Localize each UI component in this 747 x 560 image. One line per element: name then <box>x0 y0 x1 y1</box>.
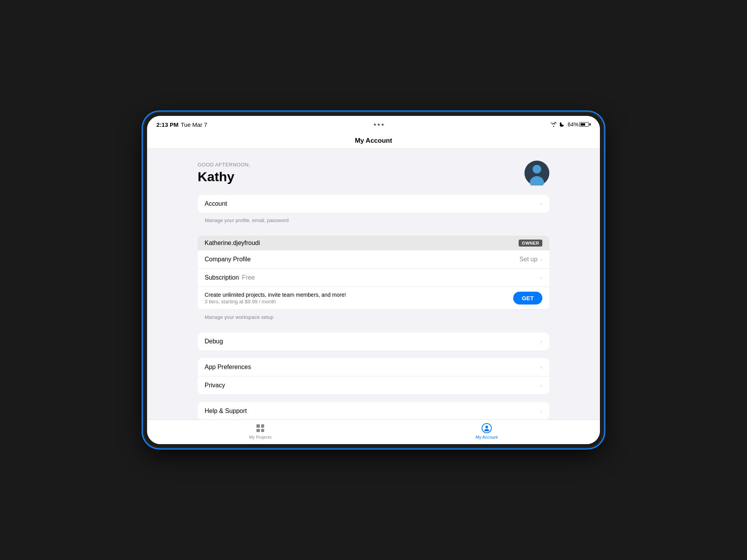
account-tab-icon-wrapper <box>482 423 492 433</box>
help-title: Help & Support <box>205 408 540 415</box>
account-item-right: › <box>540 201 542 207</box>
privacy-left: Privacy <box>205 382 540 389</box>
user-name: Kathy <box>198 169 250 184</box>
svg-point-1 <box>533 165 541 173</box>
debug-card: Debug › <box>198 332 549 350</box>
app-preferences-item[interactable]: App Preferences › <box>198 358 549 376</box>
account-item-left: Account <box>205 200 540 207</box>
app-preferences-chevron-icon: › <box>540 364 542 370</box>
grid-cell-3 <box>256 429 260 432</box>
privacy-title: Privacy <box>205 382 540 389</box>
help-chevron-icon: › <box>540 408 542 414</box>
help-right: › <box>540 408 542 414</box>
tab-account-label: My Account <box>476 435 498 439</box>
app-preferences-title: App Preferences <box>205 364 540 371</box>
svg-point-3 <box>486 426 488 429</box>
company-profile-title: Company Profile <box>205 256 519 263</box>
debug-left: Debug <box>205 338 540 345</box>
workspace-card-group: Katherine.djeyfroudi OWNER Company Profi… <box>198 236 549 325</box>
help-card-group: Help & Support › <box>198 402 549 420</box>
company-profile-right: Set up › <box>519 256 542 263</box>
status-bar: 2:13 PM Tue Mar 7 <box>147 116 600 133</box>
wifi-icon <box>551 122 557 127</box>
workspace-name: Katherine.djeyfroudi <box>205 240 260 247</box>
nav-bar: My Account <box>147 133 600 149</box>
device-frame: 2:13 PM Tue Mar 7 <box>144 113 603 447</box>
promo-sub-text: 3 tiers, starting at $9.99 / month <box>205 299 513 304</box>
account-tab-person-icon <box>484 425 490 431</box>
subscription-item[interactable]: Subscription Free › <box>198 269 549 287</box>
projects-icon <box>255 423 265 433</box>
account-card-group: Account › Manage your profile, email, pa… <box>198 195 549 228</box>
battery-body <box>579 122 589 127</box>
debug-chevron-icon: › <box>540 338 542 345</box>
debug-title: Debug <box>205 338 540 345</box>
workspace-card: Katherine.djeyfroudi OWNER Company Profi… <box>198 236 549 310</box>
help-card: Help & Support › <box>198 402 549 420</box>
account-card: Account › <box>198 195 549 213</box>
tab-my-projects[interactable]: My Projects <box>147 423 374 439</box>
privacy-item[interactable]: Privacy › <box>198 376 549 394</box>
grid-cell-1 <box>256 424 260 428</box>
tab-my-account[interactable]: My Account <box>374 423 600 439</box>
greeting-label: GOOD AFTERNOON, <box>198 162 250 168</box>
company-profile-left: Company Profile <box>205 256 519 263</box>
help-left: Help & Support <box>205 408 540 415</box>
privacy-right: › <box>540 382 542 388</box>
avatar-wrapper <box>524 161 549 186</box>
status-center-dots <box>374 124 384 126</box>
status-date: Tue Mar 7 <box>181 121 207 128</box>
account-chevron-icon: › <box>540 201 542 207</box>
promo-row: Create unlimited projects, invite team m… <box>198 287 549 310</box>
greeting-block: GOOD AFTERNOON, Kathy <box>198 162 250 184</box>
subscription-label: Subscription <box>205 274 239 281</box>
tab-projects-label: My Projects <box>249 435 271 439</box>
debug-item[interactable]: Debug › <box>198 332 549 350</box>
prefs-card-group: App Preferences › Privacy › <box>198 358 549 394</box>
company-profile-value: Set up <box>519 256 537 263</box>
subscription-left: Subscription Free <box>205 274 540 281</box>
debug-right: › <box>540 338 542 345</box>
subscription-title: Subscription Free <box>205 274 540 281</box>
grid-cell-4 <box>261 429 265 432</box>
company-profile-item[interactable]: Company Profile Set up › <box>198 250 549 269</box>
promo-text-block: Create unlimited projects, invite team m… <box>205 292 513 304</box>
privacy-chevron-icon: › <box>540 382 542 388</box>
subscription-chevron-icon: › <box>540 275 542 281</box>
help-item[interactable]: Help & Support › <box>198 402 549 420</box>
promo-main-text: Create unlimited projects, invite team m… <box>205 292 513 298</box>
account-item-title: Account <box>205 200 540 207</box>
company-profile-chevron-icon: › <box>540 256 542 262</box>
dot2 <box>378 124 380 126</box>
prefs-card: App Preferences › Privacy › <box>198 358 549 394</box>
avatar <box>524 161 549 186</box>
status-time: 2:13 PM <box>156 121 179 128</box>
subscription-right: › <box>540 275 542 281</box>
nav-title: My Account <box>355 137 392 145</box>
debug-card-group: Debug › <box>198 332 549 350</box>
main-content: GOOD AFTERNOON, Kathy Ac <box>147 149 600 420</box>
subscription-value: Free <box>242 274 255 281</box>
svg-point-4 <box>484 429 489 431</box>
account-tab-icon <box>482 423 492 433</box>
battery-percent: 64% <box>568 121 579 128</box>
battery-indicator: 64% <box>568 121 591 128</box>
page-header: GOOD AFTERNOON, Kathy <box>198 161 549 186</box>
dot3 <box>382 124 384 126</box>
account-menu-item[interactable]: Account › <box>198 195 549 213</box>
get-button[interactable]: GET <box>513 292 542 304</box>
owner-badge: OWNER <box>519 240 542 247</box>
device-screen: 2:13 PM Tue Mar 7 <box>147 116 600 444</box>
app-preferences-right: › <box>540 364 542 370</box>
account-description: Manage your profile, email, password <box>198 216 549 228</box>
dot1 <box>374 124 376 126</box>
workspace-description: Manage your workspace setup <box>198 313 549 325</box>
status-right: 64% <box>551 121 591 128</box>
battery-tip <box>589 123 591 126</box>
grid-cell-2 <box>261 424 265 428</box>
app-preferences-left: App Preferences <box>205 364 540 371</box>
grid-icon <box>256 424 264 432</box>
workspace-header: Katherine.djeyfroudi OWNER <box>198 236 549 250</box>
tab-bar: My Projects My Account <box>147 420 600 444</box>
battery-fill <box>580 123 585 126</box>
